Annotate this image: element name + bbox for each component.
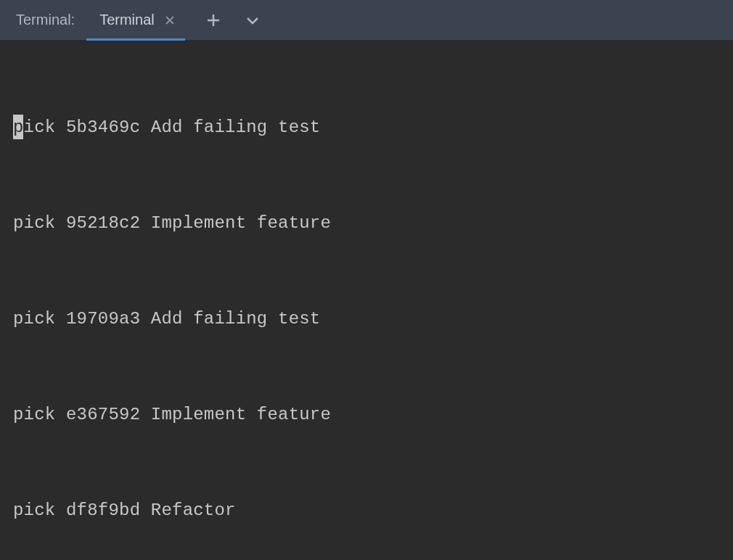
tab-terminal[interactable]: Terminal bbox=[88, 0, 184, 40]
rebase-line: pick 95218c2 Implement feature bbox=[13, 207, 720, 239]
rebase-line: pick 19709a3 Add failing test bbox=[13, 303, 720, 335]
chevron-down-icon[interactable] bbox=[243, 11, 262, 30]
rebase-line: pick df8f9bd Refactor bbox=[13, 495, 720, 527]
terminal-tab-bar: Terminal: Terminal bbox=[0, 0, 733, 41]
panel-title: Terminal: bbox=[7, 12, 83, 28]
cursor: p bbox=[13, 112, 24, 144]
tab-label: Terminal bbox=[99, 12, 155, 28]
rebase-line: pick e367592 Implement feature bbox=[13, 399, 720, 431]
terminal-output[interactable]: pick 5b3469c Add failing test pick 95218… bbox=[0, 41, 733, 560]
rebase-line-text: ick 5b3469c Add failing test bbox=[24, 118, 321, 137]
plus-icon[interactable] bbox=[204, 11, 223, 30]
rebase-line: pick 5b3469c Add failing test bbox=[13, 112, 720, 144]
tab-active-indicator bbox=[86, 38, 185, 41]
close-icon[interactable] bbox=[162, 12, 178, 28]
